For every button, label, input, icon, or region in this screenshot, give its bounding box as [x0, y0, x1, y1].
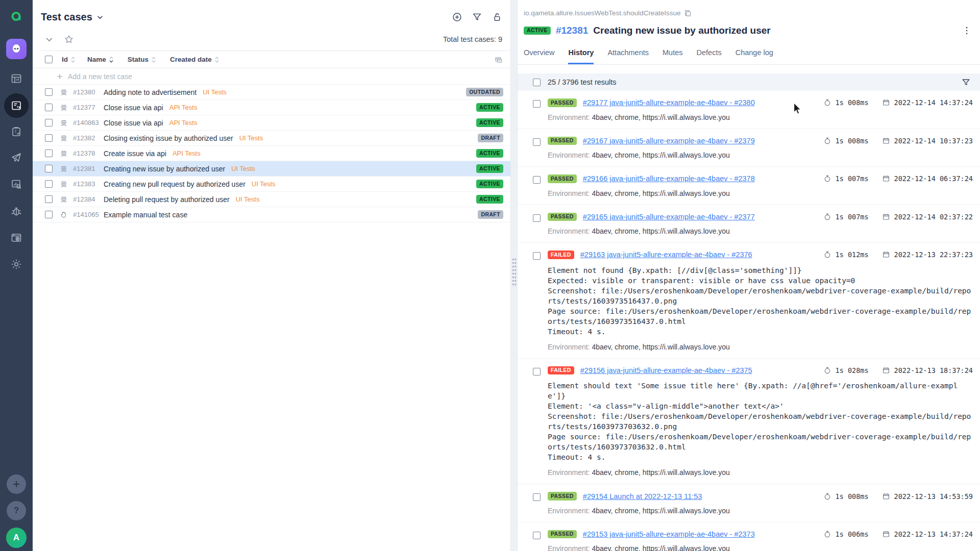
jobs-icon[interactable]: [10, 232, 22, 244]
kebab-menu-icon[interactable]: [962, 26, 972, 36]
result-link[interactable]: #29166 java-junit5-allure-example-ae-4ba…: [583, 174, 755, 183]
test-case-tag[interactable]: UI Tests: [231, 165, 255, 172]
test-result-row[interactable]: PASSED #29153 java-junit5-allure-example…: [518, 522, 980, 551]
test-case-row[interactable]: #12380 Adding note to advertisement UI T…: [33, 85, 510, 100]
result-checkbox[interactable]: [533, 138, 541, 146]
tab-defects[interactable]: Defects: [697, 48, 722, 64]
panel-splitter[interactable]: [510, 0, 518, 551]
tab-history[interactable]: History: [568, 48, 594, 64]
tab-attachments[interactable]: Attachments: [607, 48, 649, 64]
project-avatar-alien-icon[interactable]: [6, 39, 27, 59]
result-checkbox[interactable]: [533, 100, 541, 108]
allure-logo-icon[interactable]: [6, 6, 27, 27]
page-title-dropdown[interactable]: Test cases: [41, 11, 104, 23]
select-all-checkbox[interactable]: [45, 56, 53, 63]
user-avatar[interactable]: A: [6, 528, 27, 548]
result-link[interactable]: #29163 java-junit5-allure-example-ae-4ba…: [580, 251, 752, 259]
result-duration: 1s 008ms: [836, 137, 869, 145]
test-case-row[interactable]: #12384 Deleting pull request by authoriz…: [33, 192, 510, 207]
test-result-row[interactable]: PASSED #29167 java-junit5-allure-example…: [518, 129, 980, 167]
tab-mutes[interactable]: Mutes: [663, 48, 683, 64]
row-checkbox[interactable]: [45, 149, 53, 157]
chevron-down-icon: [96, 14, 104, 21]
row-checkbox[interactable]: [45, 180, 53, 188]
filter-icon[interactable]: [472, 12, 482, 22]
result-status-badge: PASSED: [548, 213, 577, 221]
test-case-tag[interactable]: API Tests: [169, 119, 198, 127]
test-result-row-failed[interactable]: FAILED #29156 java-junit5-allure-example…: [518, 359, 980, 485]
test-result-row[interactable]: PASSED #29154 Launch at 2022-12-13 11:53…: [518, 484, 980, 522]
result-link[interactable]: #29165 java-junit5-allure-example-ae-4ba…: [583, 213, 755, 221]
test-result-row-failed[interactable]: FAILED #29163 java-junit5-allure-example…: [518, 243, 980, 359]
launches-icon[interactable]: [10, 152, 22, 164]
test-case-row[interactable]: #12383 Creating new pull request by auth…: [33, 177, 510, 192]
test-cases-icon[interactable]: [4, 93, 29, 118]
add-test-case-row[interactable]: Add a new test case: [33, 68, 510, 85]
row-checkbox[interactable]: [45, 88, 53, 96]
result-checkbox[interactable]: [533, 214, 541, 222]
select-all-results-checkbox[interactable]: [533, 79, 541, 86]
environment-label: Environment:: [548, 113, 590, 121]
filter-icon[interactable]: [961, 78, 971, 87]
create-test-case-icon[interactable]: [452, 12, 462, 22]
test-case-id: #12377: [73, 104, 100, 111]
test-case-id: #12384: [73, 195, 100, 203]
environment-value: 4baev, chrome, https://i.will.always.lov…: [592, 544, 730, 551]
test-case-row[interactable]: #12382 Closing existing issue by authori…: [33, 131, 510, 146]
column-settings-icon[interactable]: [494, 55, 503, 64]
collapse-all-icon[interactable]: [45, 35, 54, 44]
column-created-date[interactable]: Created date: [170, 56, 220, 63]
status-badge: ACTIVE: [476, 164, 503, 173]
row-checkbox[interactable]: [45, 165, 53, 172]
result-link[interactable]: #29153 java-junit5-allure-example-ae-4ba…: [583, 530, 755, 538]
result-checkbox[interactable]: [533, 176, 541, 184]
result-link[interactable]: #29167 java-junit5-allure-example-ae-4ba…: [583, 137, 755, 145]
test-case-name: Creating new issue by authorized user: [104, 165, 225, 173]
duration-icon: [823, 251, 831, 259]
test-result-row[interactable]: PASSED #29177 java-junit5-allure-example…: [518, 91, 980, 129]
result-link[interactable]: #29156 java-junit5-allure-example-ae-4ba…: [580, 366, 752, 374]
test-case-tag[interactable]: UI Tests: [203, 88, 227, 96]
tab-overview[interactable]: Overview: [524, 48, 554, 64]
result-checkbox[interactable]: [533, 368, 541, 375]
test-case-tag[interactable]: UI Tests: [239, 134, 263, 142]
calendar-icon: [882, 213, 890, 221]
test-case-row[interactable]: #141065 Example manual test case DRAFT: [33, 207, 510, 222]
test-case-tag[interactable]: API Tests: [173, 149, 201, 157]
robot-icon: [60, 88, 68, 96]
column-id[interactable]: Id: [62, 56, 76, 63]
test-result-row[interactable]: PASSED #29166 java-junit5-allure-example…: [518, 167, 980, 205]
test-case-row[interactable]: #12377 Close issue via api API Tests ACT…: [33, 100, 510, 115]
result-checkbox[interactable]: [533, 532, 541, 539]
row-checkbox[interactable]: [45, 104, 53, 111]
tab-change-log[interactable]: Change log: [736, 48, 773, 64]
row-checkbox[interactable]: [45, 119, 53, 127]
row-checkbox[interactable]: [45, 134, 53, 142]
test-result-row[interactable]: PASSED #29165 java-junit5-allure-example…: [518, 205, 980, 243]
test-case-tag[interactable]: UI Tests: [236, 195, 260, 203]
test-plans-icon[interactable]: [10, 126, 22, 138]
row-checkbox[interactable]: [45, 195, 53, 203]
test-case-tag[interactable]: API Tests: [169, 104, 198, 111]
column-name[interactable]: Name: [87, 56, 114, 63]
help-button[interactable]: ?: [7, 501, 26, 520]
unlock-icon[interactable]: [492, 12, 502, 22]
settings-icon[interactable]: [10, 258, 22, 270]
result-checkbox[interactable]: [533, 252, 541, 260]
test-case-row-selected[interactable]: #12381 Creating new issue by authorized …: [33, 161, 510, 177]
add-button[interactable]: [7, 474, 26, 494]
test-case-tag[interactable]: UI Tests: [252, 180, 276, 188]
favorites-star-icon[interactable]: [64, 34, 74, 44]
dashboards-icon[interactable]: [10, 72, 22, 85]
test-case-row[interactable]: #12378 Create issue via api API Tests AC…: [33, 146, 510, 161]
splitter-grip[interactable]: [512, 258, 517, 287]
result-link[interactable]: #29154 Launch at 2022-12-13 11:53: [583, 492, 702, 500]
result-link[interactable]: #29177 java-junit5-allure-example-ae-4ba…: [583, 98, 755, 107]
row-checkbox[interactable]: [45, 211, 53, 218]
result-checkbox[interactable]: [533, 493, 541, 501]
defects-icon[interactable]: [10, 205, 22, 217]
copy-icon[interactable]: [684, 9, 692, 17]
analytics-icon[interactable]: [10, 178, 22, 190]
test-case-row[interactable]: #140863 Close issue via api API Tests AC…: [33, 115, 510, 131]
column-status[interactable]: Status: [128, 56, 157, 63]
